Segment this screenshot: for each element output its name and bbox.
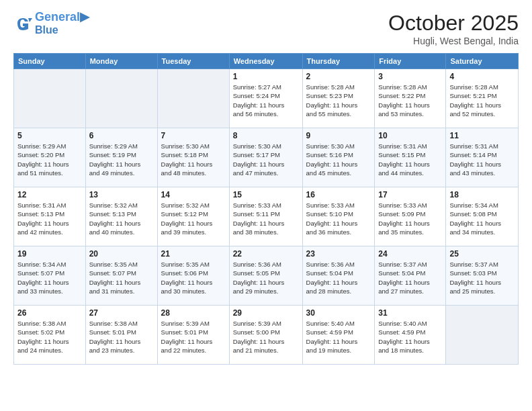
title-block: October 2025 Hugli, West Bengal, India [388, 11, 519, 46]
day-info: Sunrise: 5:28 AMSunset: 5:21 PMDaylight:… [449, 83, 515, 118]
month-title: October 2025 [388, 11, 519, 36]
day-info: Sunrise: 5:38 AMSunset: 5:02 PMDaylight:… [17, 319, 82, 355]
day-info: Sunrise: 5:28 AMSunset: 5:23 PMDaylight:… [306, 83, 371, 118]
day-info: Sunrise: 5:36 AMSunset: 5:05 PMDaylight:… [233, 260, 299, 295]
day-info: Sunrise: 5:33 AMSunset: 5:11 PMDaylight:… [233, 201, 299, 236]
calendar-body: 1Sunrise: 5:27 AMSunset: 5:24 PMDaylight… [14, 69, 519, 365]
day-number: 8 [233, 131, 299, 140]
calendar-cell: 30Sunrise: 5:40 AMSunset: 4:59 PMDayligh… [302, 306, 375, 365]
calendar-cell: 29Sunrise: 5:39 AMSunset: 5:00 PMDayligh… [229, 306, 302, 365]
calendar-cell: 9Sunrise: 5:30 AMSunset: 5:16 PMDaylight… [302, 128, 375, 187]
day-number: 12 [17, 190, 82, 199]
calendar-cell: 13Sunrise: 5:32 AMSunset: 5:13 PMDayligh… [85, 187, 157, 246]
calendar-cell: 15Sunrise: 5:33 AMSunset: 5:11 PMDayligh… [229, 187, 302, 246]
day-info: Sunrise: 5:38 AMSunset: 5:01 PMDaylight:… [89, 319, 154, 355]
day-info: Sunrise: 5:39 AMSunset: 5:01 PMDaylight:… [161, 319, 226, 355]
calendar-header: SundayMondayTuesdayWednesdayThursdayFrid… [14, 54, 519, 69]
location: Hugli, West Bengal, India [388, 36, 519, 46]
day-info: Sunrise: 5:32 AMSunset: 5:12 PMDaylight:… [161, 201, 226, 236]
weekday-header-thursday: Thursday [302, 54, 375, 69]
day-number: 6 [89, 131, 154, 140]
day-number: 3 [378, 72, 442, 81]
calendar-table: SundayMondayTuesdayWednesdayThursdayFrid… [13, 53, 519, 365]
calendar-cell [14, 69, 86, 128]
day-info: Sunrise: 5:27 AMSunset: 5:24 PMDaylight:… [233, 83, 299, 118]
day-info: Sunrise: 5:39 AMSunset: 5:00 PMDaylight:… [233, 319, 299, 355]
day-number: 25 [449, 249, 515, 259]
logo-line1: General [35, 10, 80, 24]
calendar-cell: 20Sunrise: 5:35 AMSunset: 5:07 PMDayligh… [85, 246, 157, 306]
day-info: Sunrise: 5:40 AMSunset: 4:59 PMDaylight:… [378, 319, 442, 355]
day-number: 19 [17, 249, 82, 259]
day-number: 16 [306, 190, 371, 199]
day-number: 20 [89, 249, 154, 259]
day-number: 5 [17, 131, 82, 140]
day-number: 27 [89, 308, 154, 318]
calendar-cell [446, 306, 519, 365]
day-number: 23 [306, 249, 371, 259]
day-number: 31 [378, 308, 442, 318]
calendar-cell: 11Sunrise: 5:31 AMSunset: 5:14 PMDayligh… [446, 128, 519, 187]
calendar-cell: 1Sunrise: 5:27 AMSunset: 5:24 PMDaylight… [229, 69, 302, 128]
calendar-cell: 6Sunrise: 5:29 AMSunset: 5:19 PMDaylight… [85, 128, 157, 187]
calendar-cell: 7Sunrise: 5:30 AMSunset: 5:18 PMDaylight… [157, 128, 229, 187]
day-info: Sunrise: 5:29 AMSunset: 5:19 PMDaylight:… [89, 142, 154, 177]
calendar-cell: 26Sunrise: 5:38 AMSunset: 5:02 PMDayligh… [14, 306, 86, 365]
calendar-cell [157, 69, 229, 128]
day-info: Sunrise: 5:30 AMSunset: 5:17 PMDaylight:… [233, 142, 299, 177]
weekday-header-friday: Friday [375, 54, 446, 69]
day-number: 4 [449, 72, 515, 81]
weekday-header-wednesday: Wednesday [229, 54, 302, 69]
day-number: 2 [306, 72, 371, 81]
day-info: Sunrise: 5:36 AMSunset: 5:04 PMDaylight:… [306, 260, 371, 295]
calendar-cell: 18Sunrise: 5:34 AMSunset: 5:08 PMDayligh… [446, 187, 519, 246]
day-info: Sunrise: 5:35 AMSunset: 5:06 PMDaylight:… [161, 260, 226, 295]
day-info: Sunrise: 5:28 AMSunset: 5:22 PMDaylight:… [378, 83, 442, 118]
calendar-week-1: 1Sunrise: 5:27 AMSunset: 5:24 PMDaylight… [14, 69, 519, 128]
day-number: 9 [306, 131, 371, 140]
calendar-cell: 2Sunrise: 5:28 AMSunset: 5:23 PMDaylight… [302, 69, 375, 128]
day-number: 21 [161, 249, 226, 259]
calendar-cell: 27Sunrise: 5:38 AMSunset: 5:01 PMDayligh… [85, 306, 157, 365]
weekday-header-row: SundayMondayTuesdayWednesdayThursdayFrid… [14, 54, 519, 69]
day-info: Sunrise: 5:32 AMSunset: 5:13 PMDaylight:… [89, 201, 154, 236]
calendar-week-4: 19Sunrise: 5:34 AMSunset: 5:07 PMDayligh… [14, 246, 519, 306]
weekday-header-tuesday: Tuesday [157, 54, 229, 69]
day-info: Sunrise: 5:29 AMSunset: 5:20 PMDaylight:… [17, 142, 82, 177]
calendar-cell: 4Sunrise: 5:28 AMSunset: 5:21 PMDaylight… [446, 69, 519, 128]
logo: General▶ Blue [13, 11, 89, 36]
day-info: Sunrise: 5:30 AMSunset: 5:16 PMDaylight:… [306, 142, 371, 177]
weekday-header-monday: Monday [85, 54, 157, 69]
weekday-header-sunday: Sunday [14, 54, 86, 69]
day-info: Sunrise: 5:31 AMSunset: 5:14 PMDaylight:… [449, 142, 515, 177]
calendar-cell: 25Sunrise: 5:37 AMSunset: 5:03 PMDayligh… [446, 246, 519, 306]
day-number: 1 [233, 72, 299, 81]
day-info: Sunrise: 5:40 AMSunset: 4:59 PMDaylight:… [306, 319, 371, 355]
logo-text: General▶ Blue [35, 11, 89, 36]
day-info: Sunrise: 5:33 AMSunset: 5:09 PMDaylight:… [378, 201, 442, 236]
day-number: 7 [161, 131, 226, 140]
calendar-cell: 28Sunrise: 5:39 AMSunset: 5:01 PMDayligh… [157, 306, 229, 365]
calendar-week-3: 12Sunrise: 5:31 AMSunset: 5:13 PMDayligh… [14, 187, 519, 246]
calendar-cell: 10Sunrise: 5:31 AMSunset: 5:15 PMDayligh… [375, 128, 446, 187]
day-info: Sunrise: 5:34 AMSunset: 5:08 PMDaylight:… [449, 201, 515, 236]
calendar-cell: 14Sunrise: 5:32 AMSunset: 5:12 PMDayligh… [157, 187, 229, 246]
day-number: 22 [233, 249, 299, 259]
calendar-cell: 22Sunrise: 5:36 AMSunset: 5:05 PMDayligh… [229, 246, 302, 306]
calendar-cell: 8Sunrise: 5:30 AMSunset: 5:17 PMDaylight… [229, 128, 302, 187]
calendar-cell: 3Sunrise: 5:28 AMSunset: 5:22 PMDaylight… [375, 69, 446, 128]
day-number: 13 [89, 190, 154, 199]
calendar-cell: 16Sunrise: 5:33 AMSunset: 5:10 PMDayligh… [302, 187, 375, 246]
logo-line2: Blue [35, 24, 89, 36]
weekday-header-saturday: Saturday [446, 54, 519, 69]
day-info: Sunrise: 5:34 AMSunset: 5:07 PMDaylight:… [17, 260, 82, 295]
page-header: General▶ Blue October 2025 Hugli, West B… [13, 11, 519, 46]
day-info: Sunrise: 5:30 AMSunset: 5:18 PMDaylight:… [161, 142, 226, 177]
calendar-cell [85, 69, 157, 128]
calendar-cell: 31Sunrise: 5:40 AMSunset: 4:59 PMDayligh… [375, 306, 446, 365]
day-number: 29 [233, 308, 299, 318]
calendar-cell: 21Sunrise: 5:35 AMSunset: 5:06 PMDayligh… [157, 246, 229, 306]
calendar-cell: 5Sunrise: 5:29 AMSunset: 5:20 PMDaylight… [14, 128, 86, 187]
calendar-cell: 12Sunrise: 5:31 AMSunset: 5:13 PMDayligh… [14, 187, 86, 246]
day-number: 15 [233, 190, 299, 199]
